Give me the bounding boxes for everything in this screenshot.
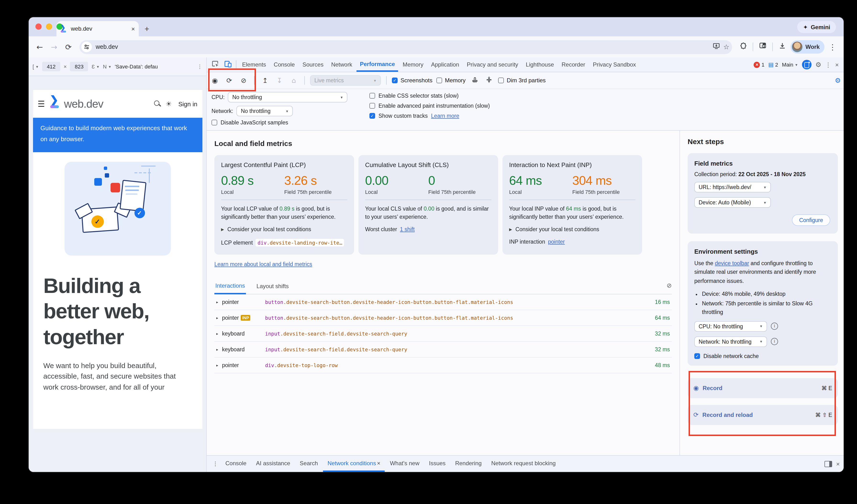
tab-layout-shifts[interactable]: Layout shifts	[255, 280, 290, 293]
drawer-tab-network-request-blocking[interactable]: Network request blocking	[487, 456, 560, 472]
device-height-input[interactable]: 823	[70, 62, 88, 71]
drawer-tab-search[interactable]: Search	[296, 456, 322, 472]
inp-interaction-link[interactable]: pointer	[548, 239, 565, 245]
interaction-row[interactable]: ▸pointer div.devsite-top-logo-row 48 ms	[214, 357, 672, 373]
memory-checkbox[interactable]: Memory	[436, 77, 466, 84]
tab-application[interactable]: Application	[428, 58, 463, 71]
env-cpu-select[interactable]: CPU: No throttling▼	[694, 321, 767, 332]
network-throttle-select[interactable]: No throttling▼	[237, 106, 293, 116]
theme-toggle-icon[interactable]: ☀	[166, 100, 171, 108]
address-bar[interactable]: web.dev ☆	[80, 40, 732, 54]
inspect-element-icon[interactable]	[209, 61, 221, 69]
browser-menu-icon[interactable]: ⋮	[826, 43, 839, 51]
drawer-tab-rendering[interactable]: Rendering	[451, 456, 486, 472]
reload-icon[interactable]: ⟳	[62, 43, 74, 51]
clear-log-icon[interactable]: ⊘	[667, 282, 672, 292]
cpu-throttle-select[interactable]: No throttling▼	[228, 92, 348, 102]
network-info-icon[interactable]: i	[771, 338, 778, 345]
collapse-icon[interactable]	[484, 77, 494, 84]
forward-icon[interactable]: →	[48, 43, 60, 51]
minimize-window-button[interactable]	[46, 23, 52, 30]
drawer-tab-issues[interactable]: Issues	[425, 456, 450, 472]
screenshots-checkbox[interactable]: ✓Screenshots	[392, 77, 432, 84]
interaction-row[interactable]: ▸pointerINP button.devsite-search-button…	[214, 310, 672, 326]
tab-recorder[interactable]: Recorder	[558, 58, 589, 71]
throttle-select[interactable]: Ν▼	[103, 64, 112, 69]
lcp-consider-expander[interactable]: ▶Consider your local test conditions	[221, 226, 348, 232]
show-custom-tracks-checkbox[interactable]: ✓Show custom tracksLearn more	[369, 113, 839, 119]
history-select[interactable]: Live metrics▼	[310, 75, 381, 86]
window-controls[interactable]	[35, 23, 63, 30]
lcp-element-chip[interactable]: div.devsite-landing-row-ite…	[256, 239, 344, 247]
drawer-tab-ai-assistance[interactable]: AI assistance	[252, 456, 295, 472]
tab-elements[interactable]: Elements	[239, 58, 269, 71]
disable-js-samples-checkbox[interactable]: Disable JavaScript samples	[212, 120, 369, 125]
device-width-input[interactable]: 412	[42, 62, 60, 71]
cpu-info-icon[interactable]: i	[771, 323, 778, 330]
close-drawer-icon[interactable]: ×	[836, 460, 840, 467]
save-profile-icon[interactable]: ↧	[274, 77, 285, 84]
zoom-select[interactable]: Ɛ▼	[91, 64, 100, 69]
css-selector-stats-checkbox[interactable]: Enable CSS selector stats (slow)	[369, 93, 839, 99]
browser-tab[interactable]: ❯ web.dev ×	[56, 21, 139, 36]
custom-tracks-learn-more-link[interactable]: Learn more	[431, 113, 459, 119]
clear-icon[interactable]: ⊘	[238, 77, 249, 84]
dock-panel-icon[interactable]	[825, 461, 833, 467]
record-reload-icon[interactable]: ⟳	[224, 77, 234, 84]
extensions-icon[interactable]	[737, 43, 749, 51]
new-tab-button[interactable]: +	[145, 24, 149, 34]
disable-network-cache-checkbox[interactable]: ✓Disable network cache	[694, 353, 831, 359]
url-text[interactable]: web.dev	[96, 44, 709, 50]
tab-search-icon[interactable]	[757, 43, 769, 51]
dim-3rd-parties-checkbox[interactable]: Dim 3rd parties	[498, 77, 546, 84]
drawer-tab-network-conditions[interactable]: Network conditions×	[323, 456, 385, 472]
profile-button[interactable]: Work	[790, 40, 824, 54]
site-settings-icon[interactable]	[81, 41, 92, 52]
interaction-row[interactable]: ▸keyboard input.devsite-search-field.dev…	[214, 342, 672, 357]
tab-memory[interactable]: Memory	[399, 58, 427, 71]
close-tab-icon[interactable]: ×	[131, 25, 135, 32]
drawer-menu-icon[interactable]: ⋮	[211, 460, 220, 467]
devtools-close-icon[interactable]: ×	[835, 61, 839, 68]
configure-button[interactable]: Configure	[792, 215, 830, 226]
close-drawer-tab-icon[interactable]: ×	[377, 460, 381, 467]
tab-interactions[interactable]: Interactions	[214, 280, 246, 295]
field-url-select[interactable]: URL: https://web.dev/▼	[694, 182, 771, 192]
downloads-icon[interactable]	[776, 43, 789, 51]
tab-sources[interactable]: Sources	[299, 58, 327, 71]
tab-network[interactable]: Network	[328, 58, 355, 71]
back-icon[interactable]: ←	[33, 43, 46, 51]
gemini-button[interactable]: ✦ Gemini	[797, 21, 836, 33]
gc-brush-icon[interactable]	[469, 77, 480, 84]
site-search-icon[interactable]	[154, 101, 161, 107]
error-counter[interactable]: ✕1	[754, 62, 764, 68]
device-more-icon[interactable]: ⋮	[197, 63, 202, 70]
tab-performance[interactable]: Performance	[356, 57, 398, 72]
message-counter[interactable]: ▤2	[768, 61, 778, 68]
capture-settings-icon[interactable]: ⚙	[835, 77, 841, 84]
load-profile-icon[interactable]: ↥	[260, 77, 270, 84]
device-toolbar-link[interactable]: device toolbar	[715, 261, 749, 266]
metrics-learn-more-link[interactable]: Learn more about local and field metrics	[214, 261, 312, 267]
device-ai-icon[interactable]: ✦	[802, 60, 811, 69]
devtools-menu-icon[interactable]: ⋮	[825, 61, 831, 68]
sign-in-link[interactable]: Sign in	[179, 100, 198, 107]
tab-privacy-sandbox[interactable]: Privacy Sandbox	[589, 58, 639, 71]
drawer-tab-console[interactable]: Console	[221, 456, 251, 472]
hamburger-menu-icon[interactable]: ☰	[37, 99, 45, 108]
device-toolbar-toggle-icon[interactable]	[222, 61, 234, 69]
advanced-paint-checkbox[interactable]: Enable advanced paint instrumentation (s…	[369, 103, 839, 108]
env-network-select[interactable]: Network: No throttling▼	[694, 336, 767, 347]
main-context-select[interactable]: Main▼	[782, 62, 798, 67]
site-logo[interactable]: ❯ web.dev	[50, 97, 150, 111]
live-metrics-home-icon[interactable]: ⌂	[288, 77, 299, 84]
interaction-row[interactable]: ▸pointer button.devsite-search-button.de…	[214, 295, 672, 310]
tab-lighthouse[interactable]: Lighthouse	[522, 58, 557, 71]
worst-cluster-link[interactable]: 1 shift	[400, 226, 415, 232]
inp-consider-expander[interactable]: ▶Consider your local test conditions	[509, 226, 636, 232]
record-button[interactable]: ◉ Record ⌘ E	[688, 378, 838, 398]
device-select[interactable]: [▼	[33, 64, 39, 69]
interaction-row[interactable]: ▸keyboard input.devsite-search-field.dev…	[214, 326, 672, 342]
record-icon[interactable]: ◉	[209, 77, 220, 84]
install-app-icon[interactable]	[713, 43, 719, 51]
